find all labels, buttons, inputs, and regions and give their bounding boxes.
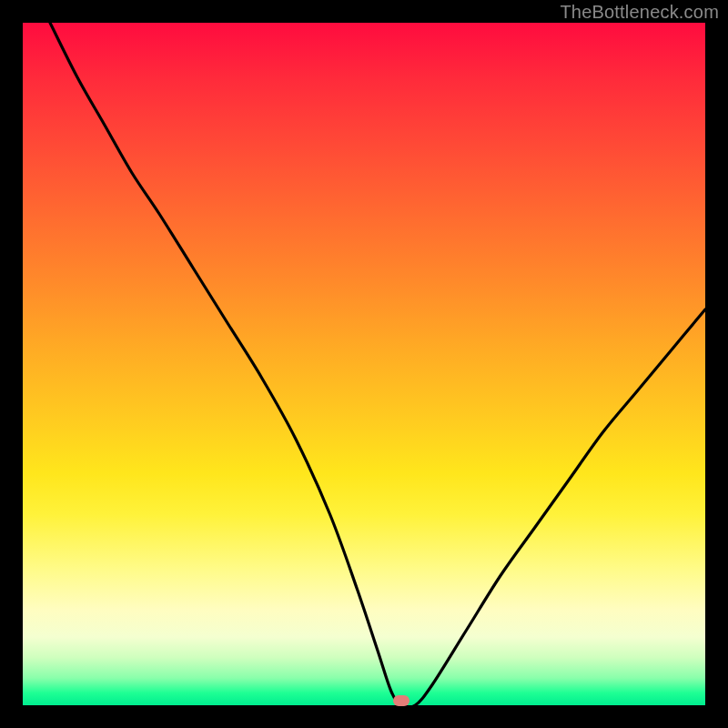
watermark-text: TheBottleneck.com bbox=[560, 2, 719, 23]
optimum-marker bbox=[393, 695, 410, 706]
bottleneck-curve bbox=[23, 23, 705, 705]
plot-area bbox=[23, 23, 705, 705]
chart-frame: TheBottleneck.com bbox=[0, 0, 728, 728]
